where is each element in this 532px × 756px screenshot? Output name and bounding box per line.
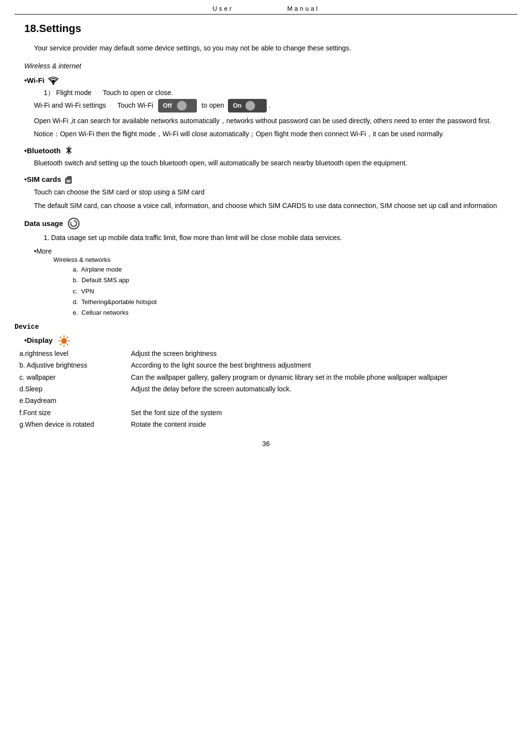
more-item-e-label: e. bbox=[73, 309, 78, 316]
more-item-d-label: d. bbox=[73, 298, 78, 306]
flight-mode-value: Touch to open or close. bbox=[103, 89, 173, 97]
wifi-touch-label: Touch Wi-Fi bbox=[117, 100, 155, 112]
display-value-d: Adjust the delay before the screen autom… bbox=[131, 384, 517, 394]
svg-line-13 bbox=[66, 344, 68, 345]
display-label-d: d.Sleep bbox=[19, 384, 131, 394]
wifi-title: •Wi-Fi bbox=[24, 76, 517, 85]
display-row-g: g.When device is rotated Rotate the cont… bbox=[19, 419, 517, 430]
more-item-b-label: b. bbox=[73, 276, 78, 284]
wifi-to-open: to open bbox=[200, 100, 226, 112]
svg-point-0 bbox=[52, 83, 54, 85]
svg-marker-6 bbox=[69, 222, 72, 224]
bluetooth-section: •Bluetooth Bluetooth switch and setting … bbox=[15, 145, 517, 169]
data-usage-icon bbox=[67, 217, 81, 230]
sim-icon bbox=[64, 174, 73, 185]
list-item: b. Default SMS app bbox=[73, 275, 517, 286]
intro-text: Your service provider may default some d… bbox=[34, 43, 517, 54]
display-row-a: a.rightness level Adjust the screen brig… bbox=[19, 348, 517, 359]
page-number: 36 bbox=[15, 440, 517, 448]
wifi-icon bbox=[48, 76, 59, 85]
display-bullet-label: •Display bbox=[24, 336, 53, 344]
device-label: Device bbox=[15, 323, 517, 331]
more-list: a. Airplane mode b. Default SMS app c. V… bbox=[73, 264, 517, 318]
bluetooth-bullet-label: •Bluetooth bbox=[24, 146, 61, 155]
display-label-f: f.Font size bbox=[19, 407, 131, 418]
wifi-section: •Wi-Fi 1） Flight mode Touch to open or c… bbox=[15, 76, 517, 140]
header-separator bbox=[253, 5, 268, 12]
list-item: a. Airplane mode bbox=[73, 264, 517, 275]
display-value-b: According to the light source the best b… bbox=[131, 360, 517, 370]
display-label-e: e.Daydream bbox=[19, 395, 131, 406]
display-row-b: b. Adjustive brightness According to the… bbox=[19, 360, 517, 370]
svg-line-12 bbox=[60, 337, 61, 338]
display-row-f: f.Font size Set the font size of the sys… bbox=[19, 407, 517, 418]
display-row-e: e.Daydream bbox=[19, 395, 517, 406]
more-sub-title: Wireless & networks bbox=[53, 256, 517, 263]
flight-mode-label: 1） Flight mode bbox=[44, 89, 92, 97]
wireless-internet-label: Wireless & internet bbox=[24, 62, 517, 70]
svg-line-15 bbox=[60, 344, 61, 345]
toggle-off-circle bbox=[177, 101, 187, 111]
sim-text2: The default SIM card, can choose a voice… bbox=[34, 200, 517, 212]
display-label-b: b. Adjustive brightness bbox=[19, 360, 131, 370]
more-item-d-value: Tethering&portable hotspot bbox=[81, 298, 157, 306]
more-item-b-value: Default SMS app bbox=[81, 276, 129, 284]
svg-line-14 bbox=[66, 337, 68, 338]
header-left: User bbox=[212, 5, 233, 12]
list-item: c. VPN bbox=[73, 286, 517, 297]
more-item-a-value: Airplane mode bbox=[81, 266, 122, 273]
bluetooth-icon bbox=[64, 145, 74, 156]
bluetooth-text: Bluetooth switch and setting up the touc… bbox=[34, 158, 517, 169]
more-item-a-label: a. bbox=[73, 266, 78, 273]
bluetooth-title: •Bluetooth bbox=[24, 145, 517, 156]
display-icon bbox=[58, 335, 69, 346]
wifi-end-dot: . bbox=[269, 100, 271, 112]
toggle-off-button[interactable]: Off bbox=[158, 99, 197, 113]
svg-rect-4 bbox=[66, 180, 70, 182]
data-usage-title-row: Data usage bbox=[24, 217, 517, 230]
toggle-on-label: On bbox=[233, 100, 242, 111]
svg-point-5 bbox=[68, 218, 79, 229]
more-item-c-label: c. bbox=[73, 288, 78, 295]
display-value-a: Adjust the screen brightness bbox=[131, 348, 517, 359]
open-wifi-text: Open Wi-Fi ,it can search for available … bbox=[34, 115, 517, 127]
display-value-f: Set the font size of the system bbox=[131, 407, 517, 418]
toggle-on-circle bbox=[245, 101, 255, 111]
toggle-off-label: Off bbox=[163, 100, 172, 111]
more-item-e-value: Celluar networks bbox=[81, 309, 129, 316]
data-usage-item1: 1. Data usage set up mobile data traffic… bbox=[44, 232, 517, 244]
wifi-settings-row: Wi-Fi and Wi-Fi settings Touch Wi-Fi Off… bbox=[34, 99, 517, 113]
display-label-g: g.When device is rotated bbox=[19, 419, 131, 430]
wifi-flight-mode: 1） Flight mode Touch to open or close. bbox=[44, 87, 517, 99]
display-label-a: a.rightness level bbox=[19, 348, 131, 359]
sim-title: •SIM cards bbox=[24, 174, 517, 185]
wifi-notice: Notice：Open Wi-Fi then the flight mode，W… bbox=[34, 129, 517, 140]
section-title: 18.Settings bbox=[24, 22, 517, 35]
header-right: Manual bbox=[287, 5, 320, 12]
display-row-c: c. wallpaper Can the wallpaper gallery, … bbox=[19, 372, 517, 383]
more-section: •More Wireless & networks a. Airplane mo… bbox=[34, 247, 517, 318]
more-item-c-value: VPN bbox=[81, 288, 94, 295]
more-title: •More bbox=[34, 247, 517, 255]
display-value-e bbox=[131, 395, 517, 406]
list-item: d. Tethering&portable hotspot bbox=[73, 297, 517, 307]
wifi-settings-prefix: Wi-Fi and Wi-Fi settings bbox=[34, 100, 117, 112]
wifi-bullet-label: •Wi-Fi bbox=[24, 76, 45, 84]
sim-section: •SIM cards Touch can choose the SIM card… bbox=[15, 174, 517, 212]
sim-text1: Touch can choose the SIM card or stop us… bbox=[34, 187, 517, 198]
svg-point-7 bbox=[61, 338, 67, 344]
sim-bullet-label: •SIM cards bbox=[24, 175, 61, 183]
display-label-c: c. wallpaper bbox=[19, 372, 131, 383]
toggle-on-button[interactable]: On bbox=[228, 99, 267, 113]
data-usage-section: Data usage 1. Data usage set up mobile d… bbox=[15, 217, 517, 244]
page-header: User Manual bbox=[15, 5, 517, 15]
display-row-d: d.Sleep Adjust the delay before the scre… bbox=[19, 384, 517, 394]
data-usage-label: Data usage bbox=[24, 219, 63, 227]
display-value-c: Can the wallpaper gallery, gallery progr… bbox=[131, 372, 517, 383]
display-title: •Display bbox=[24, 335, 517, 346]
list-item: e. Celluar networks bbox=[73, 307, 517, 318]
display-section: •Display a.rightness level Adjust t bbox=[15, 335, 517, 430]
display-value-g: Rotate the content inside bbox=[131, 419, 517, 430]
